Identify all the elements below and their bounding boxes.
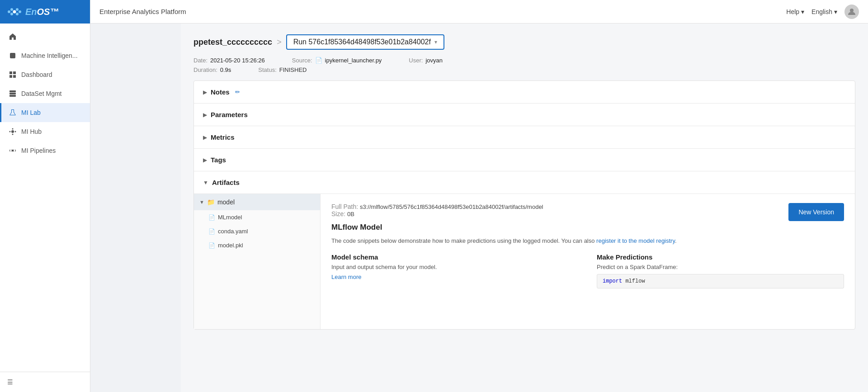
code-keyword: import — [603, 278, 622, 284]
folder-expand-icon: ▼ — [199, 199, 204, 205]
status-label: Status: — [258, 66, 276, 73]
status-value: FINISHED — [279, 66, 307, 73]
artifacts-chevron-icon: ▼ — [203, 179, 208, 186]
metrics-title: Metrics — [211, 133, 235, 141]
sidebar: EnOS™ Machine Intelligen... Dashboard Da… — [0, 0, 90, 392]
file-icon: 📄 — [208, 242, 215, 249]
user-meta: User: jovyan — [409, 57, 443, 64]
svg-point-3 — [13, 10, 16, 14]
logo-icon — [7, 6, 22, 18]
dataset-icon — [9, 90, 17, 98]
user-value: jovyan — [425, 57, 443, 64]
model-schema-desc: Input and output schema for your model. — [331, 264, 579, 270]
language-button[interactable]: English ▾ — [811, 8, 837, 15]
code-block: import mlflow — [597, 274, 844, 288]
artifact-size-row: Size: 0B — [331, 210, 543, 217]
new-version-button[interactable]: New Version — [788, 203, 844, 221]
mlflow-model-title: MLflow Model — [331, 223, 844, 232]
source-label: Source: — [292, 57, 312, 64]
artifacts-file-conda[interactable]: 📄 conda.yaml — [194, 224, 320, 238]
code-text: mlflow — [625, 278, 645, 284]
learn-more-link[interactable]: Learn more — [331, 274, 361, 280]
date-value: 2021-05-20 15:26:26 — [210, 57, 265, 64]
file-name: MLmodel — [218, 214, 242, 221]
svg-rect-12 — [9, 90, 16, 92]
svg-point-17 — [12, 134, 14, 135]
sidebar-item-dataset-mgmt[interactable]: DataSet Mgmt — [0, 84, 90, 103]
home-icon — [9, 33, 17, 41]
artifact-full-path: Full Path: s3://mlflow/5785/576c1f85364d… — [331, 203, 543, 210]
sidebar-item-label: Dashboard — [21, 71, 52, 78]
artifacts-folder-model[interactable]: ▼ 📁 model — [194, 194, 320, 210]
svg-rect-11 — [13, 75, 16, 78]
artifacts-section: ▼ Artifacts ▼ 📁 model 📄 MLmodel — [194, 171, 855, 329]
artifacts-section-header[interactable]: ▼ Artifacts — [194, 171, 855, 194]
mlflow-desc-after: . — [675, 237, 677, 244]
sidebar-item-label: MI Hub — [21, 128, 42, 135]
notes-edit-icon[interactable]: ✏ — [235, 89, 240, 95]
metrics-chevron-icon: ▶ — [203, 134, 207, 141]
model-schema-col: Model schema Input and output schema for… — [331, 253, 579, 288]
svg-rect-10 — [9, 75, 12, 78]
help-chevron-icon: ▾ — [801, 8, 804, 15]
sidebar-item-mi-hub[interactable]: MI Hub — [0, 122, 90, 141]
duration-label: Duration: — [193, 66, 217, 73]
artifacts-file-model-pkl[interactable]: 📄 model.pkl — [194, 238, 320, 252]
breadcrumb-separator: > — [277, 38, 282, 47]
svg-point-15 — [11, 130, 14, 133]
metrics-section-header[interactable]: ▶ Metrics — [194, 126, 855, 148]
project-name: ppetest_cccccccccc — [193, 38, 272, 47]
artifacts-tree: ▼ 📁 model 📄 MLmodel 📄 conda.yaml 📄 — [194, 194, 321, 329]
help-button[interactable]: Help ▾ — [786, 8, 804, 15]
svg-point-21 — [10, 150, 12, 151]
sidebar-item-dashboard[interactable]: Dashboard — [0, 65, 90, 84]
parameters-section-header[interactable]: ▶ Parameters — [194, 104, 855, 126]
metadata-row-2: Duration: 0.9s Status: FINISHED — [193, 66, 855, 73]
status-meta: Status: FINISHED — [258, 66, 307, 73]
svg-rect-14 — [9, 95, 16, 97]
sidebar-item-mi-pipelines[interactable]: MI Pipelines — [0, 141, 90, 160]
sidebar-nav: Machine Intelligen... Dashboard DataSet … — [0, 24, 90, 372]
svg-point-0 — [8, 10, 10, 13]
file-name: model.pkl — [218, 242, 243, 249]
sidebar-item-mi-lab[interactable]: MI Lab — [0, 103, 90, 122]
mlflow-desc-before: The code snippets below demonstrate how … — [331, 237, 596, 244]
notes-section: ▶ Notes ✏ — [194, 81, 855, 104]
sidebar-item-machine-intelligence[interactable]: Machine Intelligen... — [0, 46, 90, 65]
run-id-text: Run 576c1f85364d48498f53e01b2a84002f — [293, 38, 431, 46]
tags-section-header[interactable]: ▶ Tags — [194, 149, 855, 171]
metadata-row-1: Date: 2021-05-20 15:26:26 Source: 📄 ipyk… — [193, 57, 855, 64]
run-id-breadcrumb[interactable]: Run 576c1f85364d48498f53e01b2a84002f ▾ — [286, 34, 444, 50]
sidebar-item-label: MI Lab — [21, 109, 41, 116]
model-schema-title: Model schema — [331, 253, 579, 261]
size-value: 0B — [347, 211, 354, 217]
sidebar-item-home[interactable] — [0, 27, 90, 46]
full-path-value: s3://mlflow/5785/576c1f85364d48498f53e01… — [360, 203, 543, 210]
svg-rect-9 — [13, 71, 16, 74]
svg-point-2 — [10, 13, 13, 15]
artifacts-detail: Full Path: s3://mlflow/5785/576c1f85364d… — [321, 194, 855, 329]
mlflow-registry-link[interactable]: register it to the model registry — [596, 237, 675, 244]
user-avatar[interactable] — [844, 5, 859, 19]
lang-chevron-icon: ▾ — [834, 8, 837, 15]
file-icon: 📄 — [208, 214, 215, 221]
predict-desc: Predict on a Spark DataFrame: — [597, 264, 844, 270]
file-icon: 📄 — [208, 228, 215, 235]
hub-icon — [9, 128, 17, 136]
artifact-path-info: Full Path: s3://mlflow/5785/576c1f85364d… — [331, 203, 543, 217]
svg-point-22 — [14, 150, 15, 151]
hamburger-icon[interactable]: ☰ — [7, 378, 13, 386]
svg-point-4 — [16, 8, 19, 11]
metrics-section: ▶ Metrics — [194, 126, 855, 149]
logo-text: EnOS™ — [25, 7, 59, 17]
parameters-title: Parameters — [211, 111, 248, 118]
artifact-path-row: Full Path: s3://mlflow/5785/576c1f85364d… — [331, 203, 844, 221]
size-label: Size: — [331, 210, 345, 217]
svg-point-6 — [19, 10, 21, 13]
run-chevron-icon: ▾ — [434, 39, 437, 45]
svg-point-19 — [15, 131, 16, 132]
notes-chevron-icon: ▶ — [203, 89, 207, 95]
notes-section-header[interactable]: ▶ Notes ✏ — [194, 81, 855, 103]
artifacts-file-mlmodel[interactable]: 📄 MLmodel — [194, 210, 320, 224]
mlflow-model-desc: The code snippets below demonstrate how … — [331, 236, 844, 246]
